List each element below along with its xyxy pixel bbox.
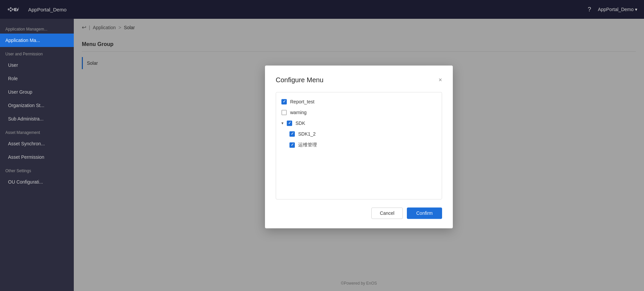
main-layout: Application Managem... Application Ma...…	[0, 19, 644, 291]
sidebar-item-sub-admin[interactable]: Sub Administra...	[0, 112, 74, 126]
sidebar-section-user: User and Permission	[0, 47, 74, 58]
checkbox-ops-mgmt[interactable]: ✓	[289, 142, 295, 148]
check-icon: ✓	[291, 143, 294, 147]
modal-header: Configure Menu ×	[276, 76, 442, 84]
checkbox-label-sdk: SDK	[296, 120, 305, 126]
cancel-button[interactable]: Cancel	[371, 207, 403, 219]
sidebar-item-asset-sync[interactable]: Asset Synchron...	[0, 137, 74, 150]
help-icon[interactable]: ?	[588, 6, 591, 13]
check-icon: ✓	[283, 100, 286, 103]
checkbox-label-report-test: Report_test	[290, 99, 314, 104]
sidebar-item-user-group[interactable]: User Group	[0, 85, 74, 99]
content-area: ↩ | Application > Solar Menu Group Solar…	[74, 19, 644, 291]
expand-sdk-icon[interactable]: ▾	[281, 121, 283, 126]
sidebar-section-app: Application Managem...	[0, 22, 74, 34]
checkbox-item-report-test: ✓ Report_test	[281, 96, 436, 107]
checkbox-item-ops-mgmt: ✓ 运维管理	[281, 139, 436, 151]
sidebar-section-asset: Asset Management	[0, 126, 74, 137]
checkbox-label-sdk1-2: SDK1_2	[298, 131, 316, 137]
checkbox-label-ops-mgmt: 运维管理	[298, 142, 317, 148]
checkbox-report-test[interactable]: ✓	[281, 99, 287, 104]
confirm-button[interactable]: Confirm	[407, 207, 442, 219]
checkbox-list: ✓ Report_test ✓ warning ▾ ✓	[276, 92, 442, 199]
check-icon: ✓	[291, 132, 294, 136]
header-app-name: AppPortal_Demo	[28, 7, 66, 12]
svg-point-0	[8, 8, 10, 10]
sidebar-item-role[interactable]: Role	[0, 72, 74, 85]
checkbox-sdk1-2[interactable]: ✓	[289, 131, 295, 137]
sidebar-item-org-st[interactable]: Organization St...	[0, 99, 74, 112]
enos-logo-icon: EnOS ™	[7, 6, 19, 13]
configure-menu-modal: Configure Menu × ✓ Report_test ✓ warning	[265, 65, 453, 228]
checkbox-item-warning: ✓ warning	[281, 107, 436, 118]
sidebar-section-other: Other Settings	[0, 164, 74, 175]
checkbox-label-warning: warning	[290, 110, 307, 115]
header-right: ? AppPortal_Demo ▾	[588, 6, 637, 13]
svg-point-3	[10, 10, 12, 12]
sidebar-item-ou-config[interactable]: OU Configurati...	[0, 175, 74, 189]
checkbox-warning[interactable]: ✓	[281, 110, 287, 115]
sidebar-item-asset-perm[interactable]: Asset Permission	[0, 150, 74, 164]
header: EnOS ™ AppPortal_Demo ? AppPortal_Demo ▾	[0, 0, 644, 19]
modal-title: Configure Menu	[276, 76, 323, 84]
check-icon: ✓	[288, 121, 291, 125]
checkbox-sdk[interactable]: ✓	[287, 120, 292, 126]
svg-point-2	[12, 8, 14, 10]
sidebar-item-user[interactable]: User	[0, 58, 74, 72]
header-left: EnOS ™ AppPortal_Demo	[7, 6, 66, 13]
user-dropdown[interactable]: AppPortal_Demo ▾	[598, 7, 637, 12]
dropdown-arrow-icon: ▾	[635, 7, 637, 12]
sidebar: Application Managem... Application Ma...…	[0, 19, 74, 291]
header-logo: EnOS ™	[7, 6, 19, 13]
modal-footer: Cancel Confirm	[276, 207, 442, 219]
checkbox-item-sdk: ▾ ✓ SDK	[281, 118, 436, 129]
sidebar-item-application-ma[interactable]: Application Ma...	[0, 34, 74, 47]
user-label: AppPortal_Demo	[598, 7, 634, 12]
modal-close-button[interactable]: ×	[438, 77, 442, 83]
svg-point-1	[10, 7, 12, 9]
svg-text:™: ™	[18, 7, 19, 9]
checkbox-item-sdk1-2: ✓ SDK1_2	[281, 129, 436, 139]
